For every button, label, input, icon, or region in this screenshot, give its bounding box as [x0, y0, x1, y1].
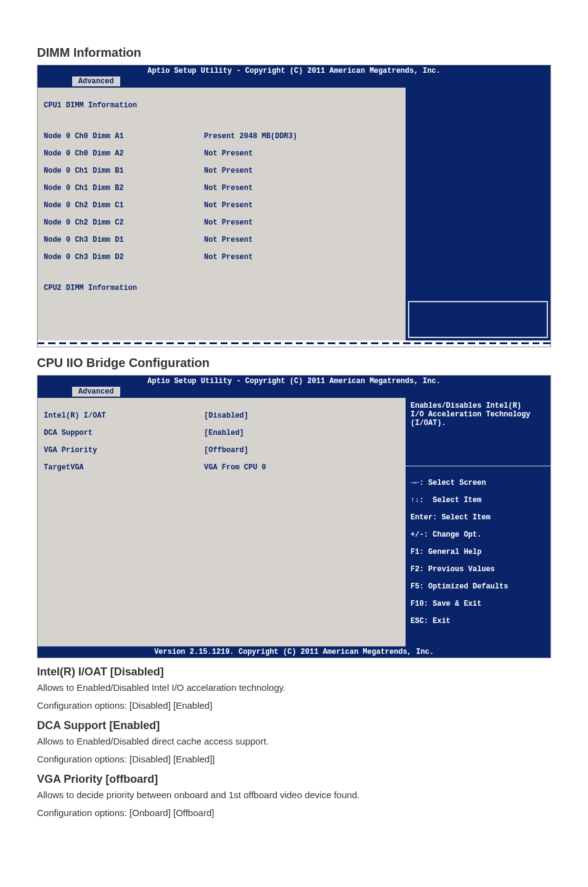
- setting-value: VGA From CPU 0: [204, 463, 266, 472]
- dimm-value: Not Present: [204, 149, 253, 158]
- bios-title: Aptio Setup Utility - Copyright (C) 2011…: [41, 377, 547, 386]
- updown-icon: [410, 496, 419, 505]
- help-pane-top: [406, 88, 550, 299]
- table-row: Node 0 Ch2 Dimm C1Not Present: [44, 201, 399, 210]
- dimm-value: Not Present: [204, 218, 253, 227]
- dimm-label: Node 0 Ch3 Dimm D1: [44, 236, 204, 244]
- help-line: F10: Save & Exit: [410, 600, 545, 608]
- bios-tab-advanced[interactable]: Advanced: [72, 387, 120, 397]
- setting-label: TargetVGA: [44, 463, 204, 472]
- vga-desc1: Allows to decide priority between onboar…: [37, 788, 551, 801]
- help-line: Enter: Select Item: [410, 513, 545, 522]
- intel-ioat-heading: Intel(R) I/OAT [Disabled]: [37, 666, 551, 679]
- bios-panel-dimm: Aptio Setup Utility - Copyright (C) 2011…: [37, 65, 551, 347]
- table-row[interactable]: Intel(R) I/OAT[Disabled]: [44, 411, 399, 420]
- dashed-divider: [38, 340, 550, 347]
- dimm-label: Node 0 Ch2 Dimm C1: [44, 201, 204, 210]
- bios-right-pane: Enables/Disables Intel(R) I/O Accelerati…: [406, 398, 550, 646]
- bios-right-pane: [406, 88, 550, 340]
- help-line: : Select Screen: [410, 479, 545, 487]
- setting-label: VGA Priority: [44, 446, 204, 455]
- setting-value: [Disabled]: [204, 411, 248, 420]
- help-line: ESC: Exit: [410, 617, 545, 625]
- arrows-icon: [410, 479, 419, 487]
- intel-ioat-desc1: Allows to Enabled/Disabled Intel I/O acc…: [37, 681, 551, 694]
- help-line: : Select Item: [410, 496, 545, 505]
- help-line: +/-: Change Opt.: [410, 530, 545, 539]
- bios-title: Aptio Setup Utility - Copyright (C) 2011…: [41, 67, 547, 75]
- setting-value: [Offboard]: [204, 446, 248, 455]
- table-row[interactable]: VGA Priority[Offboard]: [44, 446, 399, 455]
- setting-value: [Enabled]: [204, 429, 244, 437]
- help-keys: : Select Screen : Select Item Enter: Sel…: [406, 466, 550, 646]
- dca-heading: DCA Support [Enabled]: [37, 719, 551, 732]
- dca-desc1: Allows to Enabled/Disabled direct cache …: [37, 735, 551, 748]
- dimm-label: Node 0 Ch3 Dimm D2: [44, 253, 204, 262]
- dimm-label: Node 0 Ch1 Dimm B1: [44, 167, 204, 175]
- table-row: Node 0 Ch0 Dimm A2Not Present: [44, 149, 399, 158]
- dimm-value: Not Present: [204, 253, 253, 262]
- dimm-value: Not Present: [204, 236, 253, 244]
- vga-heading: VGA Priority [offboard]: [37, 773, 551, 786]
- iio-heading: CPU IIO Bridge Configuration: [37, 356, 551, 370]
- help-line: F5: Optimized Defaults: [410, 582, 545, 591]
- dimm-label: Node 0 Ch0 Dimm A1: [44, 132, 204, 141]
- help-line: F2: Previous Values: [410, 565, 545, 574]
- help-pane-bottom-box: [408, 301, 548, 338]
- dimm-value: Not Present: [204, 201, 253, 210]
- bios-panel-iio: Aptio Setup Utility - Copyright (C) 2011…: [37, 375, 551, 658]
- table-row: Node 0 Ch0 Dimm A1Present 2048 MB(DDR3): [44, 132, 399, 141]
- bios-header: Aptio Setup Utility - Copyright (C) 2011…: [38, 65, 550, 88]
- table-row[interactable]: TargetVGAVGA From CPU 0: [44, 463, 399, 472]
- setting-label: DCA Support: [44, 429, 204, 437]
- table-row: Node 0 Ch3 Dimm D2Not Present: [44, 253, 399, 262]
- dimm-cpu2-label: CPU2 DIMM Information: [44, 284, 399, 292]
- dimm-value: Present 2048 MB(DDR3): [204, 132, 297, 141]
- vga-desc2: Configuration options: [Onboard] [Offboa…: [37, 806, 551, 819]
- bios-left-pane: Intel(R) I/OAT[Disabled] DCA Support[Ena…: [38, 398, 406, 646]
- bios-version-footer: Version 2.15.1219. Copyright (C) 2011 Am…: [38, 646, 550, 658]
- help-line: F1: General Help: [410, 548, 545, 556]
- intel-ioat-desc2: Configuration options: [Disabled] [Enabl…: [37, 699, 551, 712]
- bios-tab-advanced[interactable]: Advanced: [72, 76, 120, 86]
- help-description: Enables/Disables Intel(R) I/O Accelerati…: [406, 398, 550, 466]
- setting-label: Intel(R) I/OAT: [44, 411, 204, 420]
- dca-desc2: Configuration options: [Disabled] [Enabl…: [37, 753, 551, 765]
- dimm-value: Not Present: [204, 184, 253, 192]
- dimm-value: Not Present: [204, 167, 253, 175]
- table-row: Node 0 Ch1 Dimm B2Not Present: [44, 184, 399, 192]
- dimm-label: Node 0 Ch1 Dimm B2: [44, 184, 204, 192]
- table-row: Node 0 Ch1 Dimm B1Not Present: [44, 167, 399, 175]
- bios-left-pane: CPU1 DIMM Information Node 0 Ch0 Dimm A1…: [38, 88, 406, 340]
- dimm-section-label: CPU1 DIMM Information: [44, 101, 399, 110]
- table-row: Node 0 Ch3 Dimm D1Not Present: [44, 236, 399, 244]
- bios-header: Aptio Setup Utility - Copyright (C) 2011…: [38, 376, 550, 398]
- table-row[interactable]: DCA Support[Enabled]: [44, 429, 399, 437]
- dimm-info-heading: DIMM Information: [37, 46, 551, 60]
- table-row: Node 0 Ch2 Dimm C2Not Present: [44, 218, 399, 227]
- dimm-label: Node 0 Ch0 Dimm A2: [44, 149, 204, 158]
- dimm-label: Node 0 Ch2 Dimm C2: [44, 218, 204, 227]
